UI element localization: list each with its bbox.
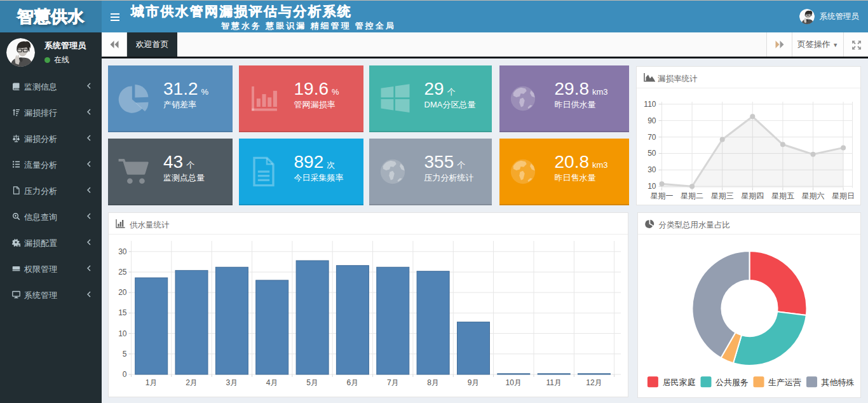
svg-text:星期三: 星期三: [711, 191, 734, 200]
svg-text:20: 20: [118, 288, 127, 297]
svg-text:星期四: 星期四: [741, 191, 764, 200]
svg-text:生产运营: 生产运营: [768, 378, 801, 387]
svg-text:10: 10: [118, 329, 127, 338]
svg-text:90: 90: [648, 116, 656, 125]
svg-text:110: 110: [644, 100, 656, 109]
svg-text:5: 5: [123, 350, 127, 359]
svg-text:10: 10: [648, 182, 656, 191]
svg-text:0: 0: [123, 370, 127, 379]
svg-text:3月: 3月: [226, 378, 238, 387]
svg-text:7月: 7月: [387, 378, 399, 387]
svg-text:12月: 12月: [586, 378, 602, 387]
svg-text:5月: 5月: [306, 378, 318, 387]
svg-text:15: 15: [118, 308, 127, 317]
svg-text:70: 70: [648, 133, 656, 142]
svg-text:6月: 6月: [347, 378, 359, 387]
svg-text:9月: 9月: [468, 378, 480, 387]
svg-text:星期日: 星期日: [832, 191, 855, 200]
svg-text:居民家庭: 居民家庭: [662, 378, 695, 387]
svg-text:30: 30: [648, 165, 656, 174]
svg-text:星期六: 星期六: [802, 191, 825, 200]
svg-text:11月: 11月: [546, 378, 561, 387]
svg-text:50: 50: [648, 149, 656, 158]
svg-text:公共服务: 公共服务: [715, 378, 749, 387]
svg-text:2月: 2月: [186, 378, 198, 387]
svg-text:1月: 1月: [146, 378, 158, 387]
svg-text:其他特殊: 其他特殊: [821, 378, 854, 387]
svg-text:30: 30: [118, 247, 127, 256]
svg-text:10月: 10月: [506, 378, 522, 387]
svg-text:25: 25: [118, 268, 127, 277]
svg-text:8月: 8月: [427, 378, 439, 387]
svg-text:4月: 4月: [266, 378, 278, 387]
svg-text:星期一: 星期一: [651, 191, 674, 200]
svg-text:星期五: 星期五: [771, 191, 794, 200]
svg-text:星期二: 星期二: [681, 191, 703, 200]
